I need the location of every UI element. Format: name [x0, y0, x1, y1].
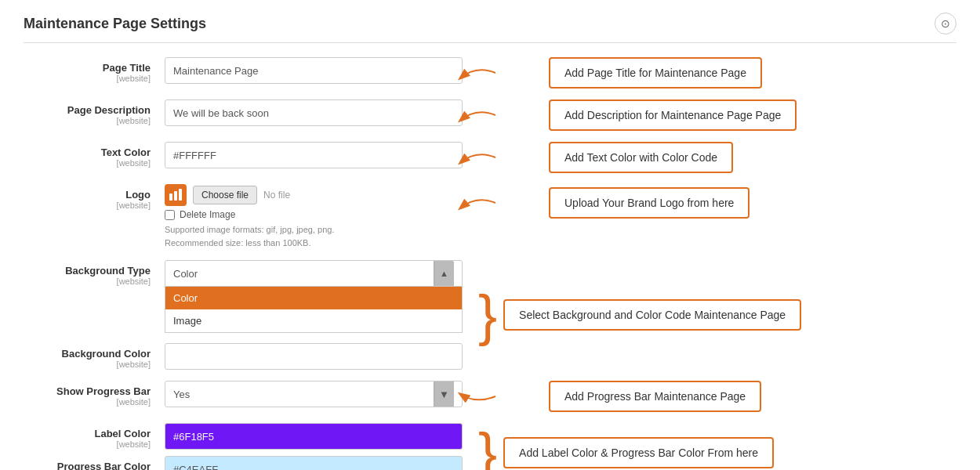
logo-arrow: [456, 191, 499, 215]
progress-bar-select[interactable]: Yes ▼: [165, 381, 463, 407]
page-title-row: Page Title [website] Add Page Title for …: [24, 57, 956, 89]
logo-label: Logo: [24, 189, 151, 201]
page-desc-arrow: [456, 103, 499, 127]
page-title-sublabel: [website]: [24, 74, 151, 83]
no-file-text: No file: [263, 190, 290, 201]
text-color-arrow: [456, 146, 499, 169]
text-color-sublabel: [website]: [24, 158, 151, 168]
bg-color-label: Background Color: [24, 348, 151, 360]
logo-sublabel: [website]: [24, 201, 151, 210]
bg-tooltip: Select Background and Color Code Mainten…: [503, 299, 801, 331]
text-color-row: Text Color [website] Add Text Color with…: [24, 142, 956, 173]
bg-type-dropdown: Color Image: [165, 287, 463, 333]
svg-rect-5: [179, 189, 182, 201]
page-description-row: Page Description [website] Add Descripti…: [24, 99, 956, 131]
logo-brand-icon: [165, 184, 187, 206]
label-color-brace: }: [478, 425, 497, 470]
progress-bar-label: Show Progress Bar: [24, 385, 151, 397]
logo-row: Logo [website] Choose file No file: [24, 184, 956, 249]
progress-bar-color-row: Progress Bar Color [website]: [24, 456, 463, 470]
progress-color-input[interactable]: [165, 456, 463, 470]
bg-type-label: Background Type: [24, 265, 151, 277]
label-color-tooltip: Add Label Color & Progress Bar Color Fro…: [503, 437, 774, 468]
dropdown-option-color[interactable]: Color: [165, 287, 462, 309]
page-title-tooltip: Add Page Title for Maintenance Page: [549, 57, 762, 89]
choose-file-button[interactable]: Choose file: [193, 186, 257, 204]
text-color-input[interactable]: [165, 142, 463, 168]
bg-type-select[interactable]: Color ▲: [165, 260, 463, 287]
svg-rect-3: [169, 193, 172, 201]
text-color-label: Text Color: [24, 146, 151, 158]
supported-formats-text: Supported image formats: gif, jpg, jpeg,…: [165, 223, 463, 249]
progress-bar-arrow: [456, 385, 499, 408]
page-title: Maintenance Page Settings: [24, 16, 206, 32]
label-color-input[interactable]: [165, 423, 463, 450]
delete-image-label: Delete Image: [180, 209, 235, 220]
label-color-sublabel: [website]: [24, 439, 151, 449]
progress-bar-value: Yes: [173, 389, 190, 400]
bg-color-sublabel: [website]: [24, 360, 151, 369]
page-title-label: Page Title: [24, 62, 151, 74]
collapse-icon[interactable]: ⊙: [935, 13, 956, 34]
dropdown-option-image[interactable]: Image: [165, 309, 462, 332]
logo-tooltip: Upload Your Brand Logo from here: [549, 187, 750, 219]
label-color-row: Label Color [website]: [24, 423, 463, 450]
page-desc-sublabel: [website]: [24, 116, 151, 125]
bg-type-up-arrow[interactable]: ▲: [434, 261, 454, 286]
bg-type-row: Background Type [website] Color ▲ Color: [24, 260, 463, 287]
progress-color-label: Progress Bar Color: [24, 461, 151, 470]
svg-rect-4: [174, 191, 177, 201]
progress-bar-row: Show Progress Bar [website] Yes ▼: [24, 381, 956, 412]
bg-brace: }: [478, 287, 497, 343]
bg-color-row: Background Color [website]: [24, 343, 463, 370]
progress-bar-sublabel: [website]: [24, 397, 151, 407]
page-description-input[interactable]: [165, 99, 463, 126]
progress-bar-down-arrow[interactable]: ▼: [434, 381, 454, 407]
page-desc-label: Page Description: [24, 104, 151, 116]
delete-image-checkbox[interactable]: [165, 210, 175, 220]
progress-bar-tooltip: Add Progress Bar Maintenance Page: [549, 381, 761, 412]
bg-type-value: Color: [173, 268, 198, 280]
bg-type-sublabel: [website]: [24, 277, 151, 286]
bg-color-input[interactable]: [165, 343, 463, 370]
page-title-arrow: [456, 61, 499, 85]
page-desc-tooltip: Add Description for Maintenance Page Pag…: [549, 99, 797, 131]
text-color-tooltip: Add Text Color with Color Code: [549, 142, 733, 173]
label-color-label: Label Color: [24, 428, 151, 439]
page-title-input[interactable]: [165, 57, 463, 84]
